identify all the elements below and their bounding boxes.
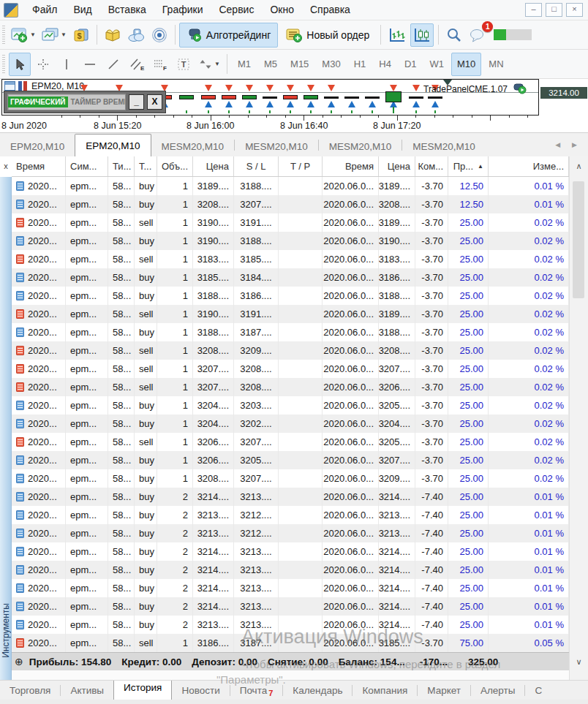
table-row[interactable]: 2020...epm...58...buy23213....3213....20…	[12, 616, 569, 634]
graphic-timer-panel[interactable]: ГРАФИЧЕСКИЙ ТАЙМЕР ВРЕМЕНИ _ X	[4, 91, 166, 113]
bottom-tab-history[interactable]: История	[113, 680, 172, 700]
column-header[interactable]: Ти...	[108, 156, 135, 176]
table-row[interactable]: 2020...epm...58...buy23213....3212....20…	[12, 506, 569, 524]
timeframe-m30[interactable]: M30	[316, 53, 346, 76]
notifications-button[interactable]: 1	[467, 23, 489, 47]
bottom-tab-7[interactable]: Маркет	[418, 681, 470, 700]
table-row[interactable]: 2020...epm...58...sell13186....3187....2…	[12, 634, 569, 652]
chart-tab[interactable]: MESM20,M10	[402, 137, 486, 156]
table-row[interactable]: 2020...epm...58...sell13183....3185....2…	[12, 250, 569, 268]
timer-minimize-button[interactable]: _	[129, 94, 144, 110]
search-button[interactable]	[443, 23, 465, 47]
column-header[interactable]: Время	[323, 156, 379, 176]
timeframe-m1[interactable]: M1	[232, 53, 257, 76]
table-row[interactable]: 2020...epm...58...sell13206....3207....2…	[12, 433, 569, 451]
equidistant-channel-tool-button[interactable]: E	[126, 53, 148, 76]
table-row[interactable]: 2020...epm...58...sell13208....3209....2…	[12, 341, 569, 360]
scroll-down-icon[interactable]: ∨	[570, 657, 588, 667]
time-axis[interactable]: 8 Jun 20208 Jun 15:208 Jun 16:008 Jun 16…	[0, 116, 588, 133]
panel-close-icon[interactable]: x	[0, 156, 12, 177]
vertical-line-tool-button[interactable]	[56, 53, 78, 76]
column-header[interactable]: Изме...	[489, 156, 569, 176]
column-header[interactable]: Объ...	[157, 156, 193, 176]
table-row[interactable]: 2020...epm...58...sell13207....3208....2…	[12, 360, 569, 378]
expand-icon[interactable]: ⊕	[15, 656, 23, 667]
table-row[interactable]: 2020...epm...58...buy23213....3212....20…	[12, 524, 569, 542]
table-row[interactable]: 2020...epm...58...buy23214....3213....20…	[12, 488, 569, 506]
text-tool-button[interactable]: T	[173, 53, 195, 76]
table-row[interactable]: 2020...epm...58...buy13190....3188....20…	[12, 232, 569, 250]
table-row[interactable]: 2020...epm...58...buy13204....3202....20…	[12, 415, 569, 433]
table-row[interactable]: 2020...epm...58...sell13190....3191....2…	[12, 213, 569, 232]
scroll-up-icon[interactable]: ∧	[570, 162, 588, 171]
timeframe-m10[interactable]: M10	[451, 53, 481, 76]
timeframe-mn[interactable]: MN	[483, 53, 509, 76]
toolbar-drag-handle[interactable]	[2, 26, 5, 45]
candle-chart-mode-button[interactable]	[410, 23, 434, 47]
chart-tab-active[interactable]: EPM20,M10	[75, 134, 151, 156]
timeframe-h4[interactable]: H4	[373, 53, 397, 76]
cursor-tool-button[interactable]	[9, 53, 31, 76]
new-order-button[interactable]: Новый ордер	[278, 23, 377, 48]
tab-scroll-right-icon[interactable]: ▶	[572, 141, 577, 148]
column-header[interactable]: Пр...▲	[448, 156, 489, 176]
bottom-tab-5[interactable]: Календарь	[283, 681, 352, 700]
menu-item[interactable]: Сервис	[211, 0, 262, 20]
bottom-tab-3[interactable]: Новости	[172, 681, 229, 700]
new-chart-button[interactable]: ▼	[9, 23, 38, 47]
column-header[interactable]: Т...	[135, 156, 157, 176]
timeframe-w1[interactable]: W1	[424, 53, 451, 76]
chart-profiles-button[interactable]: ▼	[39, 23, 69, 47]
signals-button[interactable]	[148, 23, 170, 47]
crosshair-tool-button[interactable]	[32, 53, 54, 76]
depth-of-market-icon[interactable]	[4, 81, 15, 91]
chart-tab[interactable]: MESM20,M10	[235, 137, 318, 156]
close-button[interactable]: ×	[566, 3, 583, 17]
table-row[interactable]: 2020...epm...58...buy13188....3187....20…	[12, 323, 569, 341]
bottom-tab-4[interactable]: Почта7	[230, 681, 283, 700]
menu-item[interactable]: Графики	[154, 0, 211, 20]
column-header[interactable]: T / P	[279, 156, 323, 176]
chart-tab[interactable]: EPM20,M10	[0, 137, 75, 156]
community-button[interactable]	[125, 23, 147, 47]
table-row[interactable]: 2020...epm...58...buy13208....3207....20…	[12, 195, 569, 213]
menu-item[interactable]: Справка	[302, 0, 358, 20]
toolbox-vertical-tab[interactable]: Инструменты	[0, 177, 12, 680]
chart-tab[interactable]: MESM20,M10	[319, 137, 402, 156]
column-header[interactable]: Цена	[379, 156, 415, 176]
timeframe-m5[interactable]: M5	[258, 53, 283, 76]
chart-area[interactable]: EPM20, M10 ГРАФИЧЕСКИЙ ТАЙМЕР ВРЕМЕНИ _ …	[1, 79, 539, 116]
toolbar-drag-handle[interactable]	[2, 55, 5, 74]
bottom-tab-9[interactable]: С	[525, 681, 551, 700]
menu-item[interactable]: Вид	[65, 0, 99, 20]
column-header[interactable]: S / L	[234, 156, 279, 176]
scrollbar-thumb[interactable]	[573, 181, 584, 298]
table-row[interactable]: 2020...epm...58...buy23214....3213....20…	[12, 542, 569, 561]
column-header[interactable]: Ком...	[415, 156, 448, 176]
column-header[interactable]: Цена	[193, 156, 234, 176]
column-header[interactable]: Время	[12, 156, 66, 176]
timeframe-m15[interactable]: M15	[284, 53, 314, 76]
timeframe-d1[interactable]: D1	[399, 53, 423, 76]
menu-item[interactable]: Файл	[24, 0, 65, 20]
trendline-tool-button[interactable]	[102, 53, 124, 76]
table-row[interactable]: 2020...epm...58...buy13189....3188....20…	[12, 177, 569, 195]
minimize-button[interactable]: –	[525, 3, 542, 17]
chart-tab[interactable]: MESM20,M10	[151, 137, 235, 156]
timeframe-h1[interactable]: H1	[348, 53, 372, 76]
table-row[interactable]: 2020...epm...58...buy13206....3205....20…	[12, 451, 569, 469]
arrows-tool-button[interactable]: ▼	[196, 53, 222, 76]
bar-chart-mode-button[interactable]	[385, 23, 409, 47]
bottom-tab-0[interactable]: Торговля	[0, 681, 60, 700]
volumes-icon[interactable]	[18, 81, 29, 91]
table-row[interactable]: 2020...epm...58...sell13207....3208....2…	[12, 378, 569, 396]
menu-item[interactable]: Вставка	[100, 0, 154, 20]
bottom-tab-6[interactable]: Компания	[353, 681, 417, 700]
algo-trading-button[interactable]: Алготрейдинг	[179, 23, 278, 48]
table-row[interactable]: 2020...epm...58...buy23214....3213....20…	[12, 597, 569, 616]
menu-item[interactable]: Окно	[262, 0, 302, 20]
bottom-tab-8[interactable]: Алерты	[471, 681, 525, 700]
timer-close-button[interactable]: X	[147, 94, 162, 110]
table-row[interactable]: 2020...epm...58...buy23214....3213....20…	[12, 561, 569, 579]
accounts-button[interactable]: $	[70, 23, 92, 47]
